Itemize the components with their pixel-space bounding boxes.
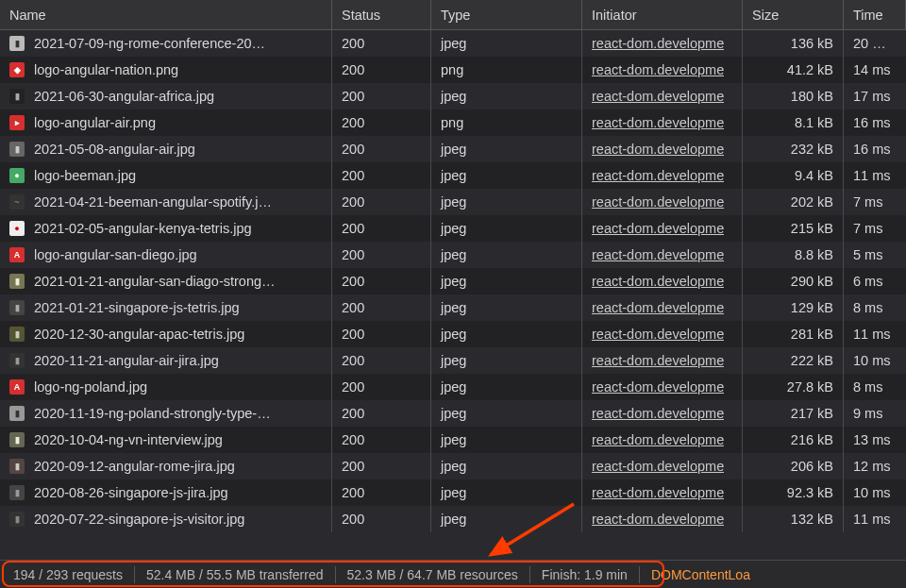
table-row[interactable]: ●2021-02-05-angular-kenya-tetris.jpg200j…: [0, 215, 906, 242]
cell-status: 200: [332, 215, 431, 242]
cell-name: ▮2021-01-21-angular-san-diago-strong…: [0, 268, 332, 294]
initiator-link[interactable]: react-dom.developme: [592, 247, 724, 262]
initiator-link[interactable]: react-dom.developme: [592, 168, 724, 183]
cell-name: ▮2020-10-04-ng-vn-interview.jpg: [0, 427, 332, 453]
initiator-link[interactable]: react-dom.developme: [592, 512, 724, 527]
cell-type: jpeg: [431, 400, 582, 427]
initiator-link[interactable]: react-dom.developme: [592, 115, 724, 130]
table-row[interactable]: ~2021-04-21-beeman-angular-spotify.j…200…: [0, 189, 906, 215]
table-row[interactable]: ▮2020-09-12-angular-rome-jira.jpg200jpeg…: [0, 453, 906, 479]
initiator-link[interactable]: react-dom.developme: [592, 274, 724, 289]
cell-size: 222 kB: [743, 347, 844, 374]
file-name: logo-angular-nation.png: [34, 62, 178, 77]
col-header-name[interactable]: Name: [0, 0, 332, 29]
col-header-time[interactable]: Time: [844, 0, 906, 29]
cell-name: ●2021-02-05-angular-kenya-tetris.jpg: [0, 215, 332, 242]
initiator-link[interactable]: react-dom.developme: [592, 89, 724, 104]
file-name: 2020-08-26-singapore-js-jira.jpg: [34, 485, 228, 500]
cell-name: ▮2020-11-21-angular-air-jira.jpg: [0, 347, 332, 374]
cell-time: 7 ms: [844, 215, 906, 242]
table-row[interactable]: Alogo-angular-san-diego.jpg200jpegreact-…: [0, 242, 906, 268]
table-row[interactable]: ▮2020-07-22-singapore-js-visitor.jpg200j…: [0, 506, 906, 532]
initiator-link[interactable]: react-dom.developme: [592, 459, 724, 474]
file-favicon: ▮: [9, 327, 25, 342]
cell-initiator: react-dom.developme: [582, 189, 743, 215]
cell-name: ▮2021-01-21-singapore-js-tetris.jpg: [0, 294, 332, 321]
cell-status: 200: [332, 83, 431, 109]
file-favicon: ▮: [9, 485, 25, 500]
col-header-type[interactable]: Type: [431, 0, 582, 29]
table-row[interactable]: ◆logo-angular-nation.png200pngreact-dom.…: [0, 57, 906, 83]
cell-type: jpeg: [431, 294, 582, 321]
cell-name: ▮2020-07-22-singapore-js-visitor.jpg: [0, 506, 332, 532]
cell-initiator: react-dom.developme: [582, 374, 743, 400]
initiator-link[interactable]: react-dom.developme: [592, 194, 724, 210]
cell-size: 136 kB: [743, 30, 844, 57]
table-row[interactable]: ▮2021-06-30-angular-africa.jpg200jpegrea…: [0, 83, 906, 109]
initiator-link[interactable]: react-dom.developme: [592, 327, 724, 342]
table-row[interactable]: ▮2021-05-08-angular-air.jpg200jpegreact-…: [0, 136, 906, 162]
cell-initiator: react-dom.developme: [582, 57, 743, 83]
initiator-link[interactable]: react-dom.developme: [592, 353, 724, 368]
table-row[interactable]: ▮2021-07-09-ng-rome-conference-20…200jpe…: [0, 30, 906, 57]
file-favicon: ▮: [9, 274, 25, 289]
cell-type: jpeg: [431, 215, 582, 242]
cell-initiator: react-dom.developme: [582, 321, 743, 347]
initiator-link[interactable]: react-dom.developme: [592, 221, 724, 236]
col-header-size[interactable]: Size: [743, 0, 844, 29]
cell-size: 9.4 kB: [743, 162, 844, 189]
table-row[interactable]: Alogo-ng-poland.jpg200jpegreact-dom.deve…: [0, 374, 906, 400]
table-row[interactable]: ▸logo-angular-air.png200pngreact-dom.dev…: [0, 109, 906, 136]
initiator-link[interactable]: react-dom.developme: [592, 485, 724, 500]
initiator-link[interactable]: react-dom.developme: [592, 379, 724, 395]
initiator-link[interactable]: react-dom.developme: [592, 406, 724, 421]
file-favicon: ▮: [9, 512, 25, 527]
cell-size: 206 kB: [743, 453, 844, 479]
cell-name: ▮2020-11-19-ng-poland-strongly-type-…: [0, 400, 332, 427]
file-name: 2021-05-08-angular-air.jpg: [34, 142, 195, 157]
cell-type: jpeg: [431, 506, 582, 532]
cell-name: ▮2021-06-30-angular-africa.jpg: [0, 83, 332, 109]
cell-name: ▮2021-07-09-ng-rome-conference-20…: [0, 30, 332, 57]
cell-status: 200: [332, 136, 431, 162]
initiator-link[interactable]: react-dom.developme: [592, 62, 724, 77]
file-name: 2021-07-09-ng-rome-conference-20…: [34, 36, 265, 51]
col-header-initiator[interactable]: Initiator: [582, 0, 743, 29]
table-row[interactable]: ▮2021-01-21-singapore-js-tetris.jpg200jp…: [0, 294, 906, 321]
file-name: 2021-01-21-angular-san-diago-strong…: [34, 274, 276, 289]
cell-size: 180 kB: [743, 83, 844, 109]
file-favicon: ▮: [9, 300, 25, 315]
file-name: 2021-04-21-beeman-angular-spotify.j…: [34, 194, 272, 210]
cell-initiator: react-dom.developme: [582, 30, 743, 57]
cell-size: 92.3 kB: [743, 479, 844, 506]
cell-initiator: react-dom.developme: [582, 242, 743, 268]
cell-type: jpeg: [431, 268, 582, 294]
initiator-link[interactable]: react-dom.developme: [592, 300, 724, 315]
cell-type: jpeg: [431, 136, 582, 162]
table-row[interactable]: ▮2021-01-21-angular-san-diago-strong…200…: [0, 268, 906, 294]
table-row[interactable]: ▮2020-08-26-singapore-js-jira.jpg200jpeg…: [0, 479, 906, 506]
file-favicon: ▮: [9, 459, 25, 474]
initiator-link[interactable]: react-dom.developme: [592, 36, 724, 51]
cell-size: 129 kB: [743, 294, 844, 321]
table-row[interactable]: ▮2020-11-19-ng-poland-strongly-type-…200…: [0, 400, 906, 427]
cell-type: jpeg: [431, 242, 582, 268]
table-row[interactable]: ▮2020-12-30-angular-apac-tetris.jpg200jp…: [0, 321, 906, 347]
col-header-status[interactable]: Status: [332, 0, 431, 29]
table-row[interactable]: ●logo-beeman.jpg200jpegreact-dom.develop…: [0, 162, 906, 189]
cell-name: ~2021-04-21-beeman-angular-spotify.j…: [0, 189, 332, 215]
table-row[interactable]: ▮2020-10-04-ng-vn-interview.jpg200jpegre…: [0, 427, 906, 453]
cell-type: jpeg: [431, 321, 582, 347]
cell-size: 8.8 kB: [743, 242, 844, 268]
cell-name: ▮2020-09-12-angular-rome-jira.jpg: [0, 453, 332, 479]
file-name: 2020-11-21-angular-air-jira.jpg: [34, 353, 219, 368]
network-panel: Name Status Type Initiator Size Time ▮20…: [0, 0, 906, 588]
file-favicon: ▮: [9, 353, 25, 368]
file-favicon: ▸: [9, 115, 25, 130]
initiator-link[interactable]: react-dom.developme: [592, 142, 724, 157]
cell-time: 7 ms: [844, 189, 906, 215]
file-name: 2020-10-04-ng-vn-interview.jpg: [34, 432, 223, 447]
initiator-link[interactable]: react-dom.developme: [592, 432, 724, 447]
table-row[interactable]: ▮2020-11-21-angular-air-jira.jpg200jpegr…: [0, 347, 906, 374]
cell-status: 200: [332, 400, 431, 427]
